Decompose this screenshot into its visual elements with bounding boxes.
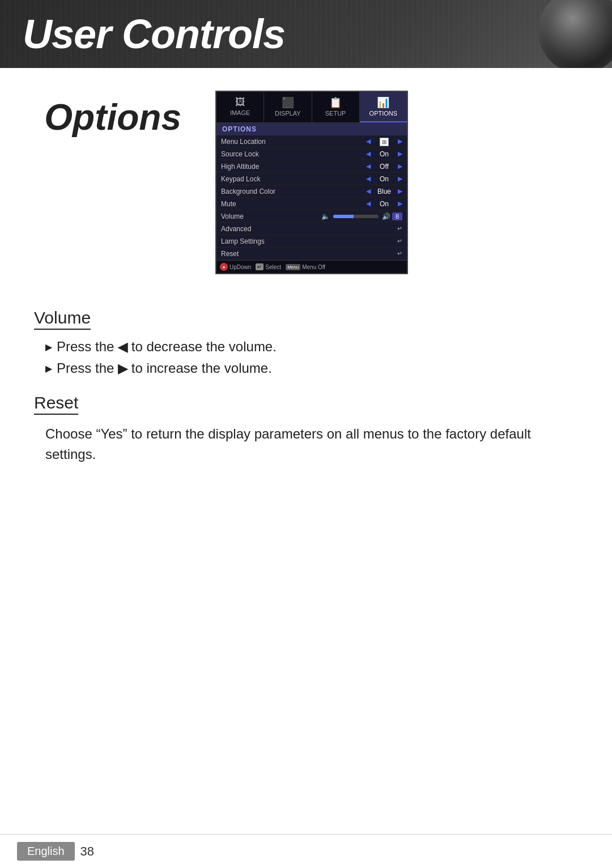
enter-key-icon: ↵ [256, 263, 264, 270]
page-number: 38 [80, 844, 94, 859]
setup-tab-icon: 📋 [314, 96, 357, 109]
menu-location-icon: ⊞ [380, 138, 389, 146]
arrow-right-icon: ▶ [398, 163, 402, 170]
updown-btn: ● UpDown [220, 263, 251, 271]
osd-row-reset[interactable]: Reset ↵ [216, 248, 407, 260]
options-label: Options [34, 85, 193, 138]
reset-paragraph: Choose “Yes” to return the display param… [34, 424, 578, 465]
language-badge: English [17, 842, 75, 861]
osd-row-advanced[interactable]: Advanced ↵ [216, 223, 407, 235]
arrow-left-icon: ◀ [366, 188, 371, 195]
arrow-right-icon: ▶ [398, 138, 402, 145]
arrow-left-icon: ◀ [366, 200, 371, 207]
osd-row-high-altitude[interactable]: High Altitude ◀ Off ▶ [216, 160, 407, 173]
page-header: User Controls [0, 0, 612, 68]
options-tab-icon: 📊 [362, 96, 405, 109]
osd-row-source-lock[interactable]: Source Lock ◀ On ▶ [216, 148, 407, 160]
volume-heading: Volume [34, 308, 91, 330]
enter-icon: ↵ [397, 250, 402, 257]
menu-off-btn: Menu Menu Off [286, 263, 325, 271]
reset-heading: Reset [34, 393, 78, 415]
arrow-left-icon: ◀ [366, 175, 371, 182]
text-content: Volume ▶ Press the ◀ to decrease the vol… [0, 291, 612, 476]
arrow-right-icon: ▶ [398, 150, 402, 158]
page-title: User Controls [23, 11, 285, 57]
osd-row-menu-location[interactable]: Menu Location ◀ ⊞ ▶ [216, 135, 407, 148]
osd-tabs: 🖼 IMAGE ⬛ DISPLAY 📋 SETUP 📊 OPTIONS [216, 92, 407, 123]
osd-row-background-color[interactable]: Background Color ◀ Blue ▶ [216, 185, 407, 198]
osd-row-lamp-settings[interactable]: Lamp Settings ↵ [216, 235, 407, 248]
arrow-right-icon: ▶ [398, 175, 402, 182]
lens-decoration [521, 0, 612, 68]
arrow-left-icon: ◀ [366, 150, 371, 158]
tab-setup[interactable]: 📋 SETUP [312, 92, 360, 122]
enter-icon: ↵ [397, 237, 402, 245]
main-content: Options 🖼 IMAGE ⬛ DISPLAY 📋 SETUP 📊 OPTI… [0, 68, 612, 291]
osd-menu: 🖼 IMAGE ⬛ DISPLAY 📋 SETUP 📊 OPTIONS OPTI… [215, 91, 408, 274]
bullet-text-1: Press the ◀ to decrease the volume. [57, 339, 277, 355]
osd-row-keypad-lock[interactable]: Keypad Lock ◀ On ▶ [216, 173, 407, 185]
menu-icon: Menu [286, 264, 300, 270]
select-btn: ↵ Select [256, 263, 281, 271]
image-tab-icon: 🖼 [219, 96, 261, 108]
osd-row-mute[interactable]: Mute ◀ On ▶ [216, 198, 407, 210]
volume-bullet-list: ▶ Press the ◀ to decrease the volume. ▶ … [34, 339, 578, 376]
arrow-right-icon: ▶ [398, 200, 402, 207]
osd-section-header: OPTIONS [216, 123, 407, 135]
volume-low-icon: 🔈 [321, 212, 330, 220]
arrow-left-icon: ◀ [366, 138, 371, 145]
tab-options[interactable]: 📊 OPTIONS [360, 92, 407, 122]
updown-icon: ● [220, 263, 228, 271]
arrow-left-icon: ◀ [366, 163, 371, 170]
arrow-right-icon: ▶ [398, 188, 402, 195]
osd-row-volume[interactable]: Volume 🔈 🔊 8 [216, 210, 407, 223]
volume-number: 8 [392, 212, 402, 220]
tab-display[interactable]: ⬛ DISPLAY [264, 92, 312, 122]
volume-control: 🔈 🔊 8 [321, 212, 402, 220]
volume-section: Volume ▶ Press the ◀ to decrease the vol… [34, 303, 578, 376]
list-item: ▶ Press the ▶ to increase the volume. [45, 360, 578, 376]
tab-image[interactable]: 🖼 IMAGE [216, 92, 264, 122]
volume-bar-fill [333, 215, 354, 218]
list-item: ▶ Press the ◀ to decrease the volume. [45, 339, 578, 355]
bullet-icon: ▶ [45, 363, 52, 374]
display-tab-icon: ⬛ [266, 96, 309, 109]
volume-high-icon: 🔊 [382, 212, 390, 220]
bullet-text-2: Press the ▶ to increase the volume. [57, 360, 272, 376]
bullet-icon: ▶ [45, 342, 52, 352]
osd-footer: ● UpDown ↵ Select Menu Menu Off [216, 260, 407, 273]
lens-icon [538, 0, 612, 68]
page-footer: English 38 [0, 834, 612, 868]
enter-icon: ↵ [397, 225, 402, 232]
reset-section: Reset Choose “Yes” to return the display… [34, 388, 578, 465]
volume-bar [333, 215, 379, 218]
